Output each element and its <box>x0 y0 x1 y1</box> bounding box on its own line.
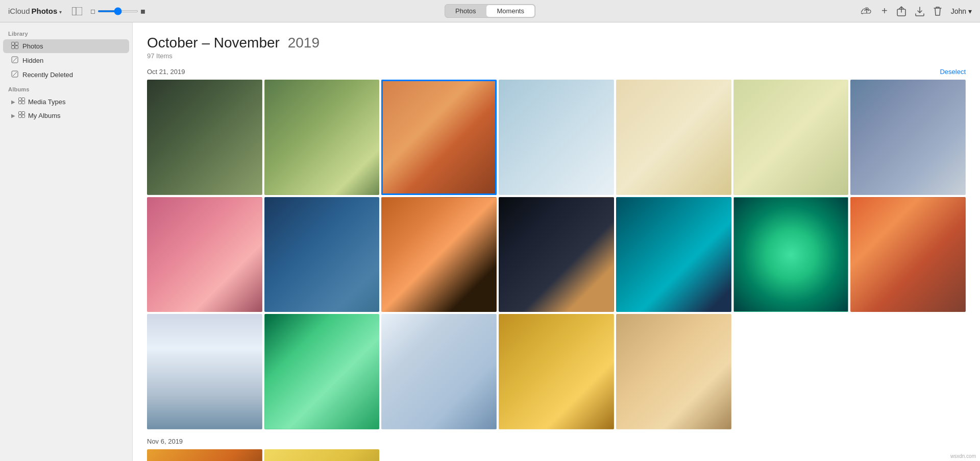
svg-rect-16 <box>22 112 25 115</box>
content-header: October – November 2019 97 Items <box>147 35 966 60</box>
svg-line-10 <box>13 72 17 76</box>
photos-sidebar-label: Photos <box>22 42 121 50</box>
photo-cell[interactable] <box>733 197 849 312</box>
photo-cell[interactable] <box>616 197 731 312</box>
zoom-slider[interactable] <box>97 10 138 12</box>
photo-cell[interactable] <box>264 80 380 195</box>
photo-cell[interactable] <box>850 197 966 312</box>
photo-cell[interactable] <box>381 314 497 429</box>
svg-rect-3 <box>12 42 15 45</box>
svg-rect-13 <box>19 101 22 104</box>
topbar-right-actions: + John ▾ <box>861 5 972 17</box>
photo-cell[interactable] <box>499 80 614 195</box>
media-types-chevron-icon: ▶ <box>11 99 15 105</box>
photo-grid-nov-6 <box>147 449 966 461</box>
add-button[interactable]: + <box>881 5 888 17</box>
content-area: October – November 2019 97 Items Oct 21,… <box>133 22 980 461</box>
date-section-nov-6: Nov 6, 2019 <box>147 438 966 461</box>
date-label-nov-6: Nov 6, 2019 <box>147 438 183 445</box>
date-label-oct-21: Oct 21, 2019 <box>147 68 185 76</box>
page-title: October – November 2019 <box>147 35 966 51</box>
svg-rect-1 <box>72 7 82 15</box>
photos-icon <box>11 42 18 51</box>
recently-deleted-sidebar-label: Recently Deleted <box>22 71 121 79</box>
svg-rect-17 <box>19 115 22 118</box>
user-menu-button[interactable]: John ▾ <box>951 7 972 15</box>
brand-chevron-icon[interactable]: ▾ <box>59 9 62 15</box>
sidebar-group-my-albums[interactable]: ▶ My Albums <box>3 109 129 122</box>
photo-cell[interactable] <box>616 314 731 429</box>
photo-grid-oct-21 <box>147 80 966 429</box>
app-brand: iCloud Photos ▾ <box>8 7 62 15</box>
hidden-sidebar-label: Hidden <box>22 57 121 64</box>
view-segment-control: Photos Moments <box>445 4 535 18</box>
sidebar-toggle-button[interactable] <box>72 7 82 15</box>
zoom-control: ◻ ◼ <box>90 8 145 15</box>
photo-cell[interactable] <box>264 449 380 461</box>
date-section-oct-21: Oct 21, 2019 Deselect <box>147 68 966 429</box>
svg-rect-15 <box>19 112 22 115</box>
photo-cell[interactable] <box>381 80 497 195</box>
photo-cell[interactable] <box>264 197 380 312</box>
main-area: Library Photos Hidden <box>0 22 980 461</box>
svg-rect-0 <box>72 7 76 15</box>
download-button[interactable] <box>915 6 924 16</box>
sidebar-item-recently-deleted[interactable]: Recently Deleted <box>3 68 129 82</box>
zoom-out-icon: ◻ <box>90 8 95 15</box>
svg-rect-6 <box>15 46 18 49</box>
title-main: October – November <box>147 35 280 51</box>
photo-cell[interactable] <box>733 80 849 195</box>
my-albums-label: My Albums <box>28 112 61 119</box>
photo-cell[interactable] <box>147 449 262 461</box>
title-year: 2019 <box>284 35 320 51</box>
sidebar-item-photos[interactable]: Photos <box>3 39 129 53</box>
library-section-label: Library <box>0 27 132 39</box>
photo-cell[interactable] <box>147 80 262 195</box>
share-button[interactable] <box>897 6 906 16</box>
date-header-oct-21: Oct 21, 2019 Deselect <box>147 68 966 76</box>
svg-rect-11 <box>19 98 22 101</box>
upload-to-cloud-button[interactable] <box>861 7 872 16</box>
photos-label: Photos <box>32 7 58 15</box>
hidden-icon <box>11 56 18 65</box>
svg-rect-18 <box>22 115 25 118</box>
media-types-label: Media Types <box>28 98 65 106</box>
recently-deleted-icon <box>11 70 18 79</box>
svg-rect-14 <box>22 101 25 104</box>
photo-cell[interactable] <box>147 197 262 312</box>
photo-cell[interactable] <box>499 197 614 312</box>
items-count: 97 Items <box>147 52 966 60</box>
trash-button[interactable] <box>934 6 942 16</box>
albums-section-label: Albums <box>0 82 132 94</box>
moments-view-button[interactable]: Moments <box>487 5 534 17</box>
icloud-label: iCloud <box>8 7 30 15</box>
sidebar-group-media-types[interactable]: ▶ Media Types <box>3 95 129 108</box>
date-header-nov-6: Nov 6, 2019 <box>147 438 966 445</box>
watermark: wsxdn.com <box>950 453 976 459</box>
photo-cell[interactable] <box>264 314 380 429</box>
deselect-button[interactable]: Deselect <box>940 68 966 76</box>
svg-rect-12 <box>22 98 25 101</box>
my-albums-icon <box>18 111 25 119</box>
zoom-in-icon: ◼ <box>140 8 145 15</box>
topbar: iCloud Photos ▾ ◻ ◼ Photos Moments + <box>0 0 980 22</box>
my-albums-chevron-icon: ▶ <box>11 113 15 118</box>
photo-cell[interactable] <box>499 314 614 429</box>
sidebar-item-hidden[interactable]: Hidden <box>3 54 129 67</box>
svg-rect-4 <box>15 42 18 45</box>
photo-cell[interactable] <box>850 80 966 195</box>
svg-line-8 <box>13 58 17 62</box>
svg-rect-5 <box>12 46 15 49</box>
photos-view-button[interactable]: Photos <box>445 5 486 17</box>
photo-cell[interactable] <box>381 197 497 312</box>
photo-cell[interactable] <box>147 314 262 429</box>
media-types-icon <box>18 98 25 106</box>
sidebar: Library Photos Hidden <box>0 22 133 461</box>
photo-cell[interactable] <box>616 80 731 195</box>
